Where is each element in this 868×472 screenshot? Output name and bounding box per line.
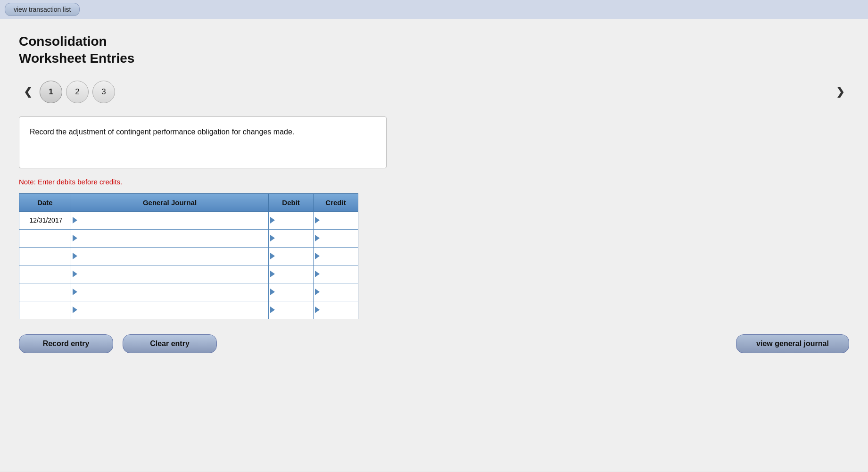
debit-input-5[interactable] xyxy=(271,302,311,318)
debit-header: Debit xyxy=(269,193,314,211)
journal-arrow-icon-5 xyxy=(73,306,77,313)
debit-arrow-icon-4 xyxy=(270,289,275,295)
clear-entry-button[interactable]: Clear entry xyxy=(123,334,217,353)
journal-input-5[interactable] xyxy=(73,302,266,318)
credit-arrow-icon-0 xyxy=(315,217,320,224)
next-arrow-button[interactable]: ❯ xyxy=(831,86,849,98)
date-cell-1 xyxy=(19,229,71,247)
view-general-journal-button[interactable]: view general journal xyxy=(736,334,849,353)
date-cell-3 xyxy=(19,265,71,283)
view-transaction-button[interactable]: view transaction list xyxy=(5,3,80,16)
credit-cell-1 xyxy=(314,229,358,247)
debit-input-3[interactable] xyxy=(271,266,311,282)
debit-input-1[interactable] xyxy=(271,231,311,246)
journal-arrow-icon-2 xyxy=(73,253,77,259)
credit-input-2[interactable] xyxy=(315,248,356,264)
debit-arrow-icon-0 xyxy=(270,217,275,224)
debit-cell-2 xyxy=(269,247,314,265)
debit-cell-1 xyxy=(269,229,314,247)
debit-input-0[interactable] xyxy=(271,213,311,228)
credit-arrow-icon-5 xyxy=(315,306,320,313)
date-cell-0 xyxy=(19,211,71,229)
debit-input-2[interactable] xyxy=(271,248,311,264)
journal-input-0[interactable] xyxy=(73,213,266,228)
table-row xyxy=(19,229,358,247)
table-row xyxy=(19,247,358,265)
credit-arrow-icon-4 xyxy=(315,289,320,295)
credit-cell-5 xyxy=(314,301,358,319)
journal-cell-3 xyxy=(71,265,268,283)
page-bubbles: 1 2 3 xyxy=(40,81,115,103)
page-bubble-2[interactable]: 2 xyxy=(66,81,89,103)
date-header: Date xyxy=(19,193,71,211)
journal-arrow-icon-0 xyxy=(73,217,77,224)
debit-arrow-icon-5 xyxy=(270,306,275,313)
debit-cell-4 xyxy=(269,283,314,301)
main-container: Consolidation Worksheet Entries ❮ 1 2 3 … xyxy=(0,19,868,472)
credit-input-3[interactable] xyxy=(315,266,356,282)
credit-header: Credit xyxy=(314,193,358,211)
journal-cell-2 xyxy=(71,247,268,265)
journal-input-4[interactable] xyxy=(73,284,266,300)
credit-cell-0 xyxy=(314,211,358,229)
note-text: Note: Enter debits before credits. xyxy=(19,178,849,186)
journal-cell-0 xyxy=(71,211,268,229)
credit-arrow-icon-2 xyxy=(315,253,320,259)
debit-arrow-icon-2 xyxy=(270,253,275,259)
date-input-0[interactable] xyxy=(21,213,69,228)
table-row xyxy=(19,265,358,283)
date-cell-4 xyxy=(19,283,71,301)
debit-cell-0 xyxy=(269,211,314,229)
bottom-buttons: Record entry Clear entry view general jo… xyxy=(19,334,849,353)
journal-cell-4 xyxy=(71,283,268,301)
page-title: Consolidation Worksheet Entries xyxy=(19,33,849,67)
credit-input-5[interactable] xyxy=(315,302,356,318)
journal-input-2[interactable] xyxy=(73,248,266,264)
journal-input-1[interactable] xyxy=(73,231,266,246)
credit-cell-2 xyxy=(314,247,358,265)
pagination-row: ❮ 1 2 3 ❯ xyxy=(19,81,849,103)
journal-cell-1 xyxy=(71,229,268,247)
page-bubble-1[interactable]: 1 xyxy=(40,81,62,103)
debit-cell-5 xyxy=(269,301,314,319)
prev-arrow-button[interactable]: ❮ xyxy=(19,86,37,98)
table-row xyxy=(19,301,358,319)
credit-input-4[interactable] xyxy=(315,284,356,300)
journal-arrow-icon-3 xyxy=(73,271,77,277)
journal-input-3[interactable] xyxy=(73,266,266,282)
page-bubble-3[interactable]: 3 xyxy=(92,81,115,103)
table-row xyxy=(19,211,358,229)
debit-arrow-icon-3 xyxy=(270,271,275,277)
table-header-row: Date General Journal Debit Credit xyxy=(19,193,358,211)
table-row xyxy=(19,283,358,301)
top-bar: view transaction list xyxy=(0,0,868,19)
general-journal-header: General Journal xyxy=(71,193,268,211)
journal-table: Date General Journal Debit Credit xyxy=(19,193,358,319)
debit-input-4[interactable] xyxy=(271,284,311,300)
date-cell-2 xyxy=(19,247,71,265)
journal-arrow-icon-1 xyxy=(73,235,77,241)
credit-input-1[interactable] xyxy=(315,231,356,246)
journal-cell-5 xyxy=(71,301,268,319)
date-cell-5 xyxy=(19,301,71,319)
debit-arrow-icon-1 xyxy=(270,235,275,241)
description-box: Record the adjustment of contingent perf… xyxy=(19,116,387,168)
credit-input-0[interactable] xyxy=(315,213,356,228)
journal-arrow-icon-4 xyxy=(73,289,77,295)
credit-arrow-icon-1 xyxy=(315,235,320,241)
credit-cell-4 xyxy=(314,283,358,301)
debit-cell-3 xyxy=(269,265,314,283)
credit-cell-3 xyxy=(314,265,358,283)
record-entry-button[interactable]: Record entry xyxy=(19,334,113,353)
credit-arrow-icon-3 xyxy=(315,271,320,277)
